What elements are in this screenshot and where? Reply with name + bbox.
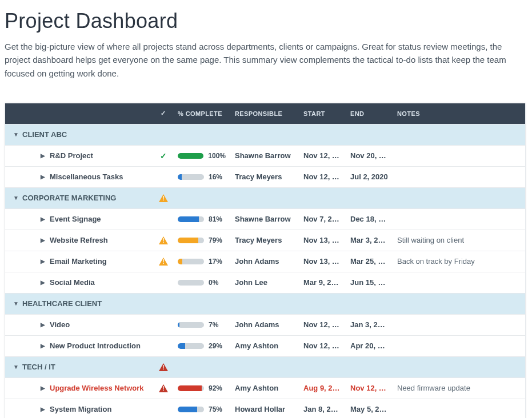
- task-status-cell: [154, 216, 173, 223]
- task-name-cell[interactable]: Upgrade Wireless Network: [5, 380, 154, 396]
- task-responsible-cell: John Lee: [230, 275, 299, 290]
- task-row[interactable]: R&D Project✓100%Shawne BarrowNov 12, 201…: [5, 146, 525, 167]
- group-name-label: CLIENT ABC: [22, 130, 67, 139]
- task-name-cell[interactable]: Event Signage: [5, 211, 154, 227]
- task-row[interactable]: New Product Introduction29%Amy AshtonNov…: [5, 336, 525, 357]
- task-end-cell: Mar 25, 2020: [346, 254, 393, 269]
- caret-down-icon: [13, 300, 19, 307]
- caret-right-icon: [41, 343, 46, 349]
- task-notes-cell: [393, 279, 525, 286]
- task-name-cell[interactable]: Video: [5, 317, 154, 332]
- task-complete-cell: 100%: [173, 148, 230, 163]
- task-start-cell: Nov 12, 2019: [299, 169, 346, 184]
- group-row[interactable]: CORPORATE MARKETING: [5, 188, 525, 209]
- col-start: START: [299, 107, 346, 120]
- task-status-cell: [154, 381, 173, 396]
- task-end-cell: Apr 20, 2020: [346, 338, 393, 353]
- group-name-cell[interactable]: CORPORATE MARKETING: [5, 190, 154, 206]
- task-name-cell[interactable]: Email Marketing: [5, 254, 154, 269]
- task-responsible-cell: Shawne Barrow: [230, 148, 299, 163]
- caret-down-icon: [13, 131, 19, 138]
- caret-right-icon: [41, 152, 46, 159]
- task-responsible-cell: Howard Hollar: [230, 401, 299, 417]
- task-responsible-cell: John Adams: [230, 254, 299, 269]
- task-row[interactable]: Website Refresh79%Tracy MeyersNov 13, 20…: [5, 230, 525, 251]
- caret-right-icon: [41, 279, 46, 286]
- progress-pct-label: 0%: [209, 279, 226, 287]
- progress-bar: [178, 238, 204, 243]
- task-end-cell: Jun 15, 2020: [346, 275, 393, 290]
- task-name-cell[interactable]: New Product Introduction: [5, 338, 154, 353]
- task-row[interactable]: Social Media0%John LeeMar 9, 2020Jun 15,…: [5, 272, 525, 294]
- task-notes-cell: [393, 174, 525, 180]
- task-name-cell[interactable]: Website Refresh: [5, 232, 154, 248]
- caret-right-icon: [41, 174, 46, 180]
- progress-pct-label: 16%: [209, 173, 226, 181]
- task-name-cell[interactable]: Miscellaneous Tasks: [5, 169, 154, 184]
- warning-icon: [159, 236, 168, 244]
- group-status-cell: [154, 191, 173, 206]
- progress-bar: [178, 216, 204, 222]
- task-name-cell[interactable]: Social Media: [5, 275, 154, 290]
- col-status: ✓: [154, 106, 173, 120]
- table-header-row: ✓ % COMPLETE RESPONSIBLE START END NOTES: [5, 103, 525, 124]
- progress-bar: [178, 322, 204, 328]
- task-name-label: Website Refresh: [50, 236, 108, 244]
- task-name-cell[interactable]: System Migration: [5, 401, 154, 417]
- group-name-label: CORPORATE MARKETING: [22, 194, 116, 202]
- task-status-cell: ✓: [154, 148, 173, 164]
- task-start-cell: Nov 13, 2019: [299, 232, 346, 248]
- task-notes-cell: [393, 216, 525, 223]
- col-notes: NOTES: [393, 107, 525, 120]
- task-status-cell: [154, 406, 173, 413]
- task-row[interactable]: Email Marketing17%John AdamsNov 13, 2019…: [5, 251, 525, 272]
- group-name-cell[interactable]: HEALTHCARE CLIENT: [5, 296, 154, 311]
- task-name-label: Video: [50, 320, 70, 329]
- task-notes-cell: [393, 406, 525, 413]
- col-name: [5, 110, 154, 117]
- progress-bar: [178, 407, 204, 412]
- group-row[interactable]: CLIENT ABC: [5, 124, 525, 146]
- task-end-cell: Dec 18, 2019: [346, 211, 393, 227]
- check-icon: ✓: [160, 151, 167, 160]
- caret-right-icon: [41, 258, 46, 264]
- task-row[interactable]: Video7%John AdamsNov 12, 2019Jan 3, 2020: [5, 315, 525, 336]
- group-row[interactable]: TECH / IT: [5, 357, 525, 378]
- task-responsible-cell: Tracy Meyers: [230, 169, 299, 184]
- progress-bar: [178, 153, 203, 159]
- task-start-cell: Mar 9, 2020: [299, 275, 346, 290]
- task-status-cell: [154, 279, 173, 286]
- group-row[interactable]: HEALTHCARE CLIENT: [5, 294, 525, 315]
- task-start-cell: Jan 8, 2020: [299, 401, 346, 417]
- warning-icon: [159, 363, 168, 371]
- task-notes-cell: [393, 321, 525, 328]
- task-row[interactable]: Miscellaneous Tasks16%Tracy MeyersNov 12…: [5, 167, 525, 188]
- group-name-cell[interactable]: TECH / IT: [5, 359, 154, 375]
- progress-pct-label: 79%: [209, 236, 226, 244]
- task-notes-cell: [393, 343, 525, 349]
- group-status-cell: [154, 131, 173, 138]
- task-status-cell: [154, 254, 173, 269]
- task-row[interactable]: Upgrade Wireless Network92%Amy AshtonAug…: [5, 378, 525, 399]
- task-start-cell: Aug 9, 2019: [299, 380, 346, 396]
- task-start-cell: Nov 7, 2019: [299, 211, 346, 227]
- task-responsible-cell: John Adams: [230, 317, 299, 332]
- group-name-cell[interactable]: CLIENT ABC: [5, 127, 154, 142]
- task-end-cell: Jul 2, 2020: [346, 169, 393, 184]
- task-row[interactable]: System Migration75%Howard HollarJan 8, 2…: [5, 399, 525, 418]
- task-complete-cell: 16%: [173, 170, 230, 184]
- task-status-cell: [154, 174, 173, 180]
- task-complete-cell: 29%: [173, 339, 230, 353]
- task-name-label: Upgrade Wireless Network: [50, 384, 144, 392]
- task-name-label: System Migration: [50, 405, 111, 413]
- check-icon: ✓: [161, 110, 166, 116]
- task-status-cell: [154, 321, 173, 328]
- task-status-cell: [154, 233, 173, 248]
- task-status-cell: [154, 343, 173, 349]
- task-start-cell: Nov 12, 2019: [299, 338, 346, 353]
- task-notes-cell: [393, 152, 525, 159]
- task-name-label: Email Marketing: [50, 257, 107, 266]
- task-row[interactable]: Event Signage81%Shawne BarrowNov 7, 2019…: [5, 209, 525, 230]
- task-name-cell[interactable]: R&D Project: [5, 148, 154, 163]
- group-name-label: TECH / IT: [22, 363, 55, 371]
